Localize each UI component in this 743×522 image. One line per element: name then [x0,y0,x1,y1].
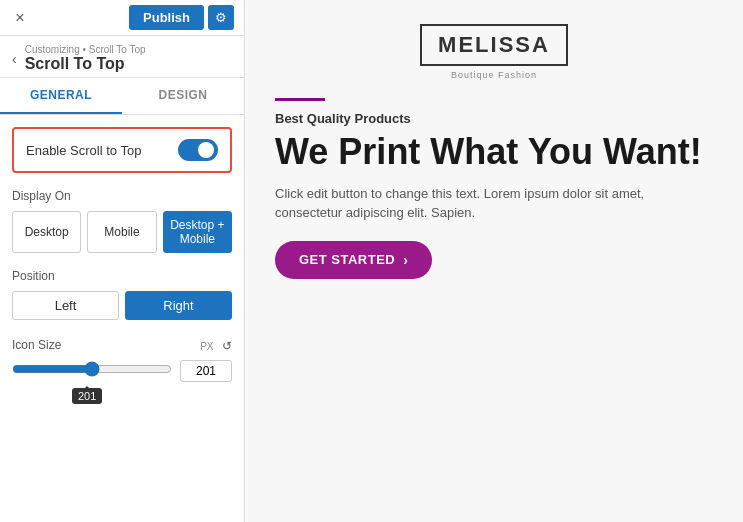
display-desktop-button[interactable]: Desktop [12,211,81,253]
icon-size-input[interactable] [180,360,232,382]
cta-button[interactable]: GET STARTED › [275,241,432,279]
enable-scroll-toggle[interactable] [178,139,218,161]
preview-body: Click edit button to change this text. L… [275,184,713,223]
position-right-button[interactable]: Right [125,291,232,320]
left-panel: × Publish ⚙ ‹ Customizing • Scroll To To… [0,0,245,522]
position-section: Position Left Right [12,269,232,320]
display-desktop-mobile-button[interactable]: Desktop + Mobile [163,211,232,253]
icon-size-unit: PX [200,341,213,352]
tabs: GENERAL DESIGN [0,78,244,115]
cta-label: GET STARTED [299,252,395,267]
preview-headline: We Print What You Want! [275,132,702,172]
refresh-icon[interactable]: ↺ [222,339,232,353]
icon-size-header: Icon Size PX ↺ [12,336,232,354]
slider-tooltip: 201 [72,388,102,404]
top-bar-actions: Publish ⚙ [129,5,234,30]
back-arrow-icon[interactable]: ‹ [12,51,17,67]
enable-scroll-label: Enable Scroll to Top [26,143,141,158]
preview-subtitle: Best Quality Products [275,111,411,126]
breadcrumb-title: Scroll To Top [25,55,146,73]
gear-button[interactable]: ⚙ [208,5,234,30]
breadcrumb-path: Customizing • Scroll To Top [25,44,146,55]
position-group: Left Right [12,291,232,320]
logo-tagline: Boutique Fashion [451,70,537,80]
icon-size-section: Icon Size PX ↺ 201 [12,336,232,404]
publish-button[interactable]: Publish [129,5,204,30]
panel-content: Enable Scroll to Top Display On Desktop … [0,115,244,522]
icon-size-label: Icon Size [12,338,61,352]
close-icon[interactable]: × [10,8,30,28]
slider-wrap [12,361,172,381]
position-label: Position [12,269,232,283]
preview-panel: MELISSA Boutique Fashion Best Quality Pr… [245,0,743,522]
tab-design[interactable]: DESIGN [122,78,244,114]
breadcrumb-bar: ‹ Customizing • Scroll To Top Scroll To … [0,36,244,78]
display-mobile-button[interactable]: Mobile [87,211,156,253]
preview-divider [275,98,325,101]
logo-name: MELISSA [438,32,550,58]
toggle-slider [178,139,218,161]
cta-chevron-icon: › [403,252,408,268]
icon-size-unit-group: PX ↺ [200,336,232,354]
tab-general[interactable]: GENERAL [0,78,122,114]
display-on-label: Display On [12,189,232,203]
display-on-section: Display On Desktop Mobile Desktop + Mobi… [12,189,232,253]
slider-tooltip-wrap: 201 [72,386,232,404]
enable-scroll-section: Enable Scroll to Top [12,127,232,173]
top-bar: × Publish ⚙ [0,0,244,36]
breadcrumb-content: Customizing • Scroll To Top Scroll To To… [25,44,146,73]
position-left-button[interactable]: Left [12,291,119,320]
icon-size-slider[interactable] [12,361,172,377]
slider-row [12,360,232,382]
logo-box: MELISSA [420,24,568,66]
display-on-group: Desktop Mobile Desktop + Mobile [12,211,232,253]
